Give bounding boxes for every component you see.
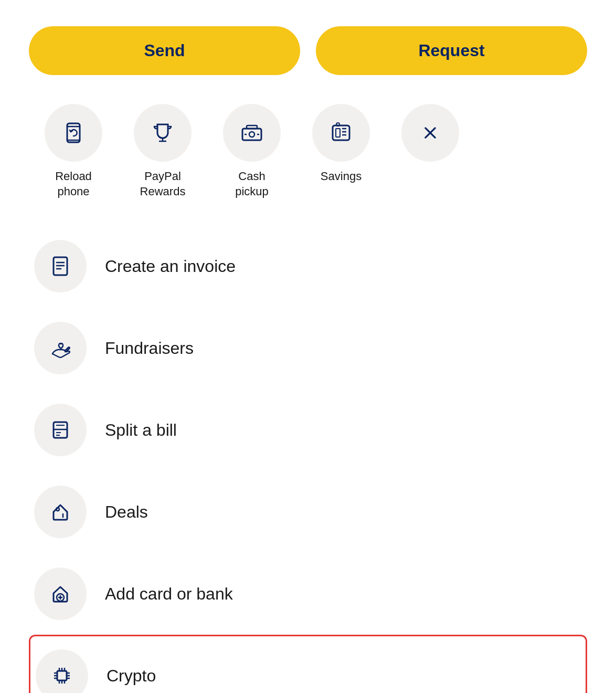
menu-item-split-bill[interactable]: Split a bill <box>29 389 587 471</box>
top-buttons-section: Send Request <box>29 26 587 75</box>
svg-rect-10 <box>333 125 349 140</box>
close-icon <box>419 121 442 144</box>
menu-item-crypto[interactable]: Crypto <box>29 635 587 693</box>
crypto-icon-circle <box>36 649 88 693</box>
trophy-icon <box>150 120 175 145</box>
fundraisers-label: Fundraisers <box>105 339 194 358</box>
svg-rect-32 <box>57 671 67 680</box>
add-card-icon-circle <box>34 568 87 620</box>
rewards-circle <box>134 104 192 162</box>
send-button[interactable]: Send <box>29 26 300 75</box>
deals-icon <box>48 500 72 524</box>
split-bill-icon <box>48 418 72 442</box>
crypto-icon <box>50 664 74 688</box>
quick-action-cash-pickup[interactable]: Cashpickup <box>207 104 296 199</box>
crypto-label: Crypto <box>107 666 156 686</box>
fundraisers-icon <box>48 336 72 360</box>
svg-point-27 <box>56 508 59 511</box>
svg-rect-11 <box>336 129 340 137</box>
quick-action-savings[interactable]: Savings <box>296 104 386 184</box>
add-card-bank-label: Add card or bank <box>105 584 233 604</box>
deals-label: Deals <box>105 502 148 522</box>
reload-phone-circle <box>45 104 102 162</box>
invoice-icon <box>48 254 72 278</box>
svg-point-15 <box>336 123 339 126</box>
reload-phone-label: Reloadphone <box>55 169 92 199</box>
add-card-icon <box>48 582 72 606</box>
cash-pickup-icon <box>239 120 264 145</box>
create-invoice-label: Create an invoice <box>105 257 236 276</box>
savings-circle <box>312 104 370 162</box>
savings-label: Savings <box>321 169 362 184</box>
menu-list: Create an invoice Fundraisers Spli <box>29 225 587 693</box>
close-circle <box>401 104 459 162</box>
request-button[interactable]: Request <box>316 26 587 75</box>
quick-action-paypal-rewards[interactable]: PayPalRewards <box>118 104 207 199</box>
quick-action-reload-phone[interactable]: Reloadphone <box>29 104 118 199</box>
reload-phone-icon <box>61 120 86 145</box>
svg-rect-6 <box>247 125 257 129</box>
svg-point-7 <box>249 132 254 137</box>
menu-item-deals[interactable]: Deals <box>29 471 587 553</box>
split-bill-label: Split a bill <box>105 421 177 440</box>
quick-action-close[interactable] <box>386 104 475 169</box>
deals-icon-circle <box>34 486 87 538</box>
menu-item-fundraisers[interactable]: Fundraisers <box>29 307 587 389</box>
split-bill-icon-circle <box>34 404 87 456</box>
paypal-rewards-label: PayPalRewards <box>140 169 186 199</box>
cash-pickup-label: Cashpickup <box>235 169 269 199</box>
menu-item-create-invoice[interactable]: Create an invoice <box>29 225 587 307</box>
cash-pickup-circle <box>223 104 281 162</box>
menu-item-add-card-bank[interactable]: Add card or bank <box>29 553 587 635</box>
invoice-icon-circle <box>34 240 87 292</box>
quick-actions-section: Reloadphone PayPalRewards Cashpick <box>29 104 587 199</box>
fundraisers-icon-circle <box>34 322 87 374</box>
savings-icon <box>328 120 354 145</box>
